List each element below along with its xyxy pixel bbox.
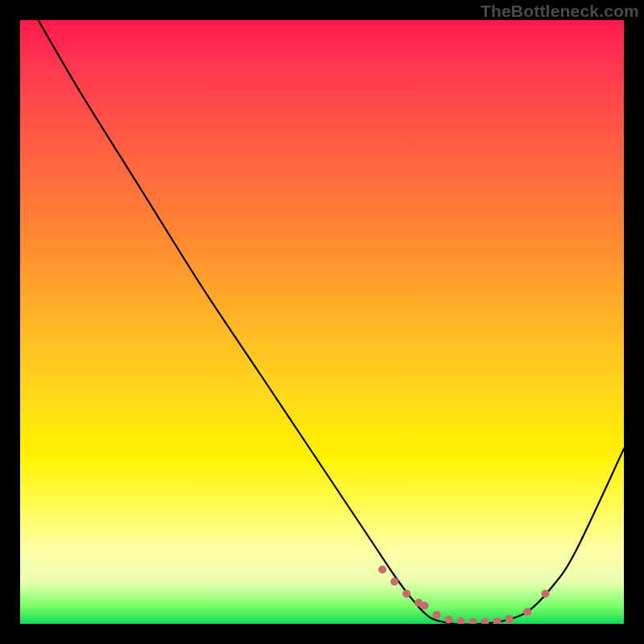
highlight-dot bbox=[421, 602, 429, 610]
highlight-dot bbox=[469, 618, 477, 624]
highlight-dot bbox=[523, 608, 531, 616]
outer-frame: TheBottleneck.com bbox=[0, 0, 644, 644]
highlight-dot bbox=[378, 566, 386, 574]
highlight-dot bbox=[433, 611, 441, 619]
optimal-range-dots bbox=[378, 566, 550, 625]
watermark-text: TheBottleneck.com bbox=[481, 2, 639, 21]
highlight-dot bbox=[493, 617, 502, 624]
highlight-dot bbox=[481, 618, 489, 624]
highlight-dot bbox=[445, 616, 453, 624]
bottleneck-curve-path bbox=[39, 20, 625, 624]
highlight-dot bbox=[402, 590, 411, 598]
chart-svg bbox=[20, 20, 624, 624]
highlight-dot bbox=[457, 617, 465, 624]
highlight-dot bbox=[390, 578, 398, 586]
plot-area bbox=[20, 20, 624, 624]
highlight-dot bbox=[542, 590, 550, 598]
highlight-dot bbox=[506, 615, 514, 623]
